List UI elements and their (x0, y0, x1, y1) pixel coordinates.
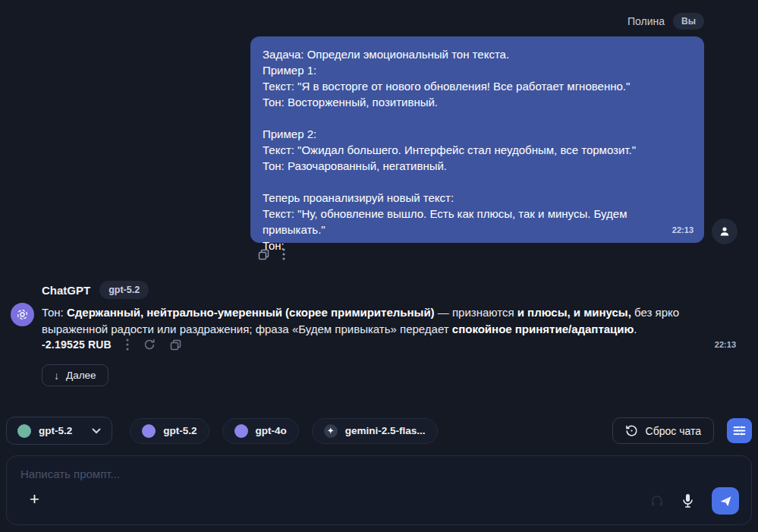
chat-app: Полина Вы Задача: Определи эмоциональный… (0, 0, 758, 532)
model-chip-gpt52[interactable]: gpt-5.2 (130, 418, 209, 444)
plus-icon: + (30, 490, 39, 508)
prompt-input[interactable] (7, 456, 751, 496)
refresh-icon (143, 338, 156, 351)
copy-icon (170, 339, 181, 351)
send-icon (719, 495, 732, 508)
mic-button[interactable] (682, 493, 694, 508)
reset-chat-button[interactable]: Сброс чата (612, 417, 714, 444)
headphones-button[interactable] (650, 494, 664, 508)
composer: + (6, 455, 752, 525)
reset-icon (625, 424, 638, 437)
copy-icon (258, 249, 269, 260)
model-settings-button[interactable] (727, 418, 752, 443)
next-button-label: Далее (66, 370, 96, 381)
user-message-text: Задача: Определи эмоциональный тон текст… (263, 46, 692, 253)
model-label: gpt-4o (256, 425, 287, 436)
you-badge: Вы (673, 13, 704, 30)
model-badge: gpt-5.2 (99, 281, 149, 299)
reset-chat-label: Сброс чата (646, 425, 701, 437)
user-avatar (712, 219, 738, 244)
model-selector[interactable]: gpt-5.2 (6, 417, 112, 445)
assistant-more-button[interactable] (126, 338, 129, 351)
kebab-icon (126, 338, 129, 351)
person-icon (719, 225, 731, 238)
model-label: gpt-5.2 (39, 425, 72, 436)
headphones-icon (650, 494, 664, 508)
attach-button[interactable]: + (28, 490, 41, 509)
more-button[interactable] (282, 248, 285, 260)
model-label: gpt-5.2 (163, 425, 197, 436)
next-button[interactable]: ↓ Далее (42, 364, 109, 386)
model-chip-gemini[interactable]: ✦ gemini-2.5-flas... (312, 418, 438, 444)
assistant-meta-row: -2.19525 RUB 22:13 (42, 338, 736, 351)
model-bar: gpt-5.2 gpt-5.2 gpt-4o ✦ gemini-2.5-flas… (6, 417, 752, 445)
chevron-down-icon (92, 428, 101, 434)
model-chip-gpt4o[interactable]: gpt-4o (222, 418, 299, 444)
composer-actions (650, 487, 739, 515)
openai-logo-icon (15, 307, 30, 322)
send-button[interactable] (712, 487, 739, 515)
model-label: gemini-2.5-flas... (345, 425, 426, 436)
mic-icon (682, 493, 694, 508)
down-arrow-icon: ↓ (54, 370, 59, 382)
assistant-timestamp: 22:13 (715, 340, 736, 349)
assistant-copy-button[interactable] (170, 339, 181, 351)
assistant-message-text: Тон: Сдержанный, нейтрально-умеренный (с… (42, 304, 734, 337)
model-icon (234, 424, 248, 438)
assistant-header: ChatGPT gpt-5.2 (42, 281, 149, 299)
user-message-bubble: Задача: Определи эмоциональный тон текст… (250, 36, 704, 243)
model-icon (17, 424, 31, 438)
user-message-actions (258, 248, 285, 260)
cost-label: -2.19525 RUB (42, 338, 112, 351)
message-timestamp: 22:13 (672, 222, 694, 238)
kebab-icon (282, 248, 285, 260)
copy-button[interactable] (258, 249, 269, 260)
assistant-avatar (11, 303, 34, 326)
sparkle-icon: ✦ (324, 424, 338, 438)
model-icon (142, 424, 156, 438)
header-user: Полина Вы (627, 13, 704, 30)
regenerate-button[interactable] (143, 338, 156, 351)
assistant-name: ChatGPT (42, 284, 90, 297)
sliders-icon (733, 425, 746, 436)
user-name: Полина (627, 15, 665, 27)
